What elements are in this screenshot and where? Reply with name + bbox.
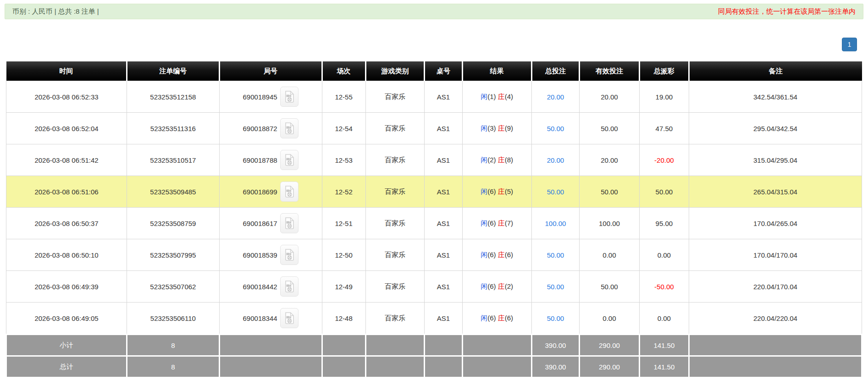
table-no-cell: AS1 <box>425 176 462 208</box>
banker-result-label: 庄 <box>498 251 505 259</box>
time-cell: 2026-03-08 06:50:10 <box>6 239 127 271</box>
subtotal-empty-remark <box>689 335 862 356</box>
remark-cell: 315.04/295.04 <box>689 144 862 176</box>
round-cell: 690018945 <box>219 81 322 113</box>
total-count: 8 <box>127 356 220 378</box>
banker-result-label: 庄 <box>498 282 505 290</box>
remark-cell: 170.04/170.04 <box>689 239 862 271</box>
session-cell: 12-51 <box>322 208 365 239</box>
game-type-cell: 百家乐 <box>365 81 425 113</box>
result-cell: 闲(2) 庄(8) <box>462 144 531 176</box>
banker-result-label: 庄 <box>498 156 505 164</box>
valid-bet-cell: 0.00 <box>580 239 640 271</box>
session-cell: 12-55 <box>322 81 365 113</box>
col-time: 时间 <box>6 61 127 81</box>
player-result-score: (3) <box>487 124 496 132</box>
col-game-type: 游戏类别 <box>365 61 425 81</box>
table-no-cell: AS1 <box>425 144 462 176</box>
video-replay-button[interactable] <box>280 276 299 297</box>
total-bet-link[interactable]: 50.00 <box>547 251 564 259</box>
table-no-cell: AS1 <box>425 208 462 239</box>
video-replay-button[interactable] <box>280 118 299 138</box>
subtotal-empty-result <box>462 335 531 356</box>
total-bet-link[interactable]: 50.00 <box>547 283 564 291</box>
col-result: 结果 <box>462 61 531 81</box>
table-no-cell: AS1 <box>425 113 462 144</box>
bet-id-cell: 523253511316 <box>127 113 220 144</box>
round-number: 690018788 <box>243 156 277 164</box>
remark-cell: 220.04/170.04 <box>689 271 862 303</box>
round-number: 690018442 <box>243 283 277 291</box>
game-type-cell: 百家乐 <box>365 144 425 176</box>
banker-result-label: 庄 <box>498 124 505 132</box>
total-bet-link[interactable]: 20.00 <box>547 93 564 101</box>
video-replay-button[interactable] <box>280 213 299 233</box>
total-bet-link[interactable]: 100.00 <box>545 220 566 227</box>
remark-cell: 265.04/315.04 <box>689 176 862 208</box>
subtotal-empty-game <box>365 335 425 356</box>
bet-id-cell: 523253512158 <box>127 81 220 113</box>
total-empty-session <box>322 356 365 378</box>
round-number: 690018872 <box>243 125 277 132</box>
payout-cell: 50.00 <box>639 176 689 208</box>
video-replay-button[interactable] <box>280 182 299 202</box>
total-bet-link[interactable]: 50.00 <box>547 125 564 132</box>
total-row: 总计 8 390.00 290.00 141.50 <box>6 356 862 378</box>
result-cell: 闲(6) 庄(6) <box>462 303 531 335</box>
subtotal-empty-round <box>219 335 322 356</box>
result-cell: 闲(1) 庄(4) <box>462 81 531 113</box>
film-file-icon <box>284 185 295 198</box>
col-bet-id: 注单编号 <box>127 61 220 81</box>
pagination: 1 <box>0 38 857 51</box>
col-session: 场次 <box>322 61 365 81</box>
total-empty-remark <box>689 356 862 378</box>
payout-cell: -50.00 <box>639 271 689 303</box>
video-replay-button[interactable] <box>280 87 299 107</box>
subtotal-empty-session <box>322 335 365 356</box>
total-bet-link[interactable]: 50.00 <box>547 314 564 322</box>
time-cell: 2026-03-08 06:51:42 <box>6 144 127 176</box>
video-replay-button[interactable] <box>280 245 299 265</box>
bets-table: 时间 注单编号 局号 场次 游戏类别 桌号 结果 总投注 有效投注 总派彩 备注… <box>6 61 862 378</box>
table-row: 2026-03-08 06:49:39 523253507062 6900184… <box>6 271 862 303</box>
player-result-label: 闲 <box>481 314 487 322</box>
result-cell: 闲(6) 庄(7) <box>462 208 531 239</box>
bet-id-cell: 523253508759 <box>127 208 220 239</box>
payout-value: -20.00 <box>654 156 674 164</box>
table-row: 2026-03-08 06:52:04 523253511316 6900188… <box>6 113 862 144</box>
round-number: 690018617 <box>243 220 277 227</box>
payout-cell: -20.00 <box>639 144 689 176</box>
result-cell: 闲(6) 庄(6) <box>462 239 531 271</box>
subtotal-payout: 141.50 <box>639 335 689 356</box>
col-remark: 备注 <box>689 61 862 81</box>
banker-result-score: (6) <box>505 251 513 259</box>
round-cell: 690018344 <box>219 303 322 335</box>
session-cell: 12-52 <box>322 176 365 208</box>
remark-cell: 295.04/342.54 <box>689 113 862 144</box>
banker-result-score: (2) <box>505 282 513 290</box>
player-result-label: 闲 <box>481 251 487 259</box>
valid-bet-cell: 0.00 <box>580 303 640 335</box>
player-result-score: (6) <box>487 187 496 195</box>
page-1-button[interactable]: 1 <box>842 38 857 51</box>
col-valid-bet: 有效投注 <box>580 61 640 81</box>
result-cell: 闲(6) 庄(5) <box>462 176 531 208</box>
total-bet-link[interactable]: 20.00 <box>547 156 564 164</box>
game-type-cell: 百家乐 <box>365 113 425 144</box>
game-type-cell: 百家乐 <box>365 239 425 271</box>
currency-summary-text: 币别 : 人民币 | 总共 :8 注单 | <box>12 7 99 16</box>
time-cell: 2026-03-08 06:50:37 <box>6 208 127 239</box>
payout-cell: 0.00 <box>639 239 689 271</box>
video-replay-button[interactable] <box>280 150 299 170</box>
player-result-score: (1) <box>487 93 496 100</box>
player-result-label: 闲 <box>481 156 487 164</box>
time-cell: 2026-03-08 06:51:06 <box>6 176 127 208</box>
film-file-icon <box>284 280 295 293</box>
col-total-bet: 总投注 <box>531 61 579 81</box>
video-replay-button[interactable] <box>280 308 299 328</box>
total-bet-cell: 50.00 <box>531 113 579 144</box>
player-result-score: (2) <box>487 156 496 164</box>
total-empty-round <box>219 356 322 378</box>
total-bet-link[interactable]: 50.00 <box>547 188 564 196</box>
table-no-cell: AS1 <box>425 81 462 113</box>
